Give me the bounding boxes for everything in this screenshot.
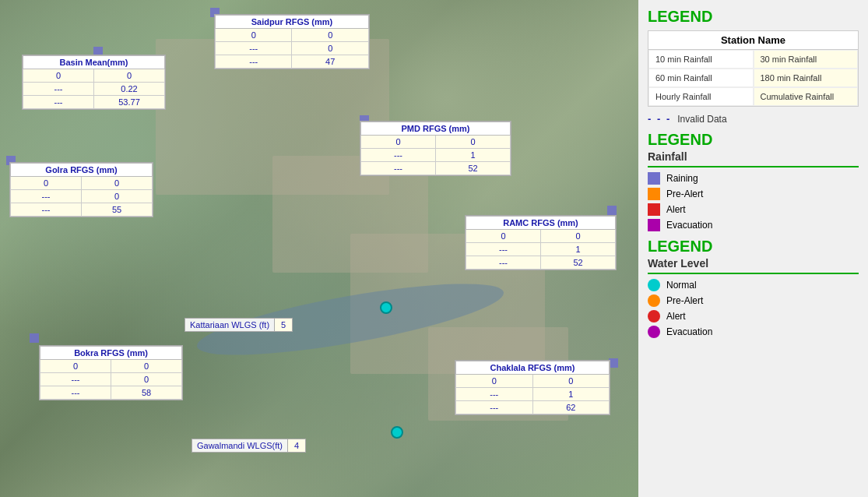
wl-item-normal: Normal bbox=[648, 279, 859, 291]
golra-box: Golra RFGS (mm) 00 ---0 ---55 bbox=[9, 162, 153, 217]
kattariaan-wlgs-box: Kattariaan WLGS (ft) 5 bbox=[184, 318, 293, 332]
invalid-data-label: Invalid Data bbox=[677, 114, 726, 125]
wl-prealert-label: Pre-Alert bbox=[666, 295, 703, 306]
station-name-legend: Station Name 10 min Rainfall 30 min Rain… bbox=[648, 30, 859, 107]
saidpur-title: Saidpur RFGS (mm) bbox=[216, 16, 369, 29]
rainfall-item-raining: Raining bbox=[648, 172, 859, 185]
wl-alert-circle bbox=[648, 310, 660, 323]
gawalmandi-value: 4 bbox=[288, 439, 306, 453]
normal-circle bbox=[648, 279, 660, 291]
cell-10min: 10 min Rainfall bbox=[648, 50, 754, 69]
kattariaan-value: 5 bbox=[275, 318, 293, 332]
bokra-marker bbox=[30, 333, 39, 343]
rainfall-item-prealert: Pre-Alert bbox=[648, 188, 859, 200]
cell-30min: 30 min Rainfall bbox=[754, 50, 859, 69]
wl-alert-label: Alert bbox=[666, 311, 686, 322]
kattariaan-wlgs-marker bbox=[380, 301, 392, 314]
wl-item-prealert: Pre-Alert bbox=[648, 294, 859, 307]
ramc-marker bbox=[607, 206, 617, 215]
station-name-grid: 10 min Rainfall 30 min Rainfall 60 min R… bbox=[648, 50, 858, 106]
ramc-box: RAMC RFGS (mm) 00 ---1 ---52 bbox=[465, 215, 617, 270]
invalid-data-dashes: - - - bbox=[648, 113, 671, 125]
bokra-box: Bokra RFGS (mm) 00 ---0 ---58 bbox=[39, 345, 183, 400]
basin-mean-title: Basin Mean(mm) bbox=[23, 56, 165, 69]
raining-label: Raining bbox=[666, 173, 698, 184]
gawalmandi-wlgs-marker bbox=[391, 426, 403, 439]
kattariaan-label: Kattariaan WLGS (ft) bbox=[184, 318, 275, 332]
green-divider-2 bbox=[648, 273, 859, 274]
basin-mean-box: Basin Mean(mm) 00 ---0.22 ---53.77 bbox=[22, 55, 166, 110]
pmd-title: PMD RFGS (mm) bbox=[361, 122, 511, 136]
raining-square bbox=[648, 172, 660, 185]
cell-60min: 60 min Rainfall bbox=[648, 69, 754, 87]
chaklala-title: Chaklala RFGS (mm) bbox=[456, 361, 610, 375]
rainfall-alert-square bbox=[648, 203, 660, 216]
map-area: Basin Mean(mm) 00 ---0.22 ---53.77 Saidp… bbox=[0, 0, 638, 497]
rainfall-subtitle: Rainfall bbox=[648, 150, 859, 163]
rainfall-evacuation-square bbox=[648, 219, 660, 231]
cell-cumulative: Cumulative Rainfall bbox=[754, 87, 859, 106]
bokra-title: Bokra RFGS (mm) bbox=[40, 347, 182, 360]
ramc-title: RAMC RFGS (mm) bbox=[466, 217, 616, 230]
rainfall-item-evacuation: Evacuation bbox=[648, 219, 859, 231]
saidpur-box: Saidpur RFGS (mm) 00 ---0 ---47 bbox=[214, 14, 370, 69]
cell-180min: 180 min Rainfall bbox=[754, 69, 859, 87]
wl-item-evacuation: Evacuation bbox=[648, 326, 859, 338]
gawalmandi-label: Gawalmandi WLGS(ft) bbox=[192, 439, 288, 453]
wl-prealert-circle bbox=[648, 294, 660, 307]
rainfall-prealert-square bbox=[648, 188, 660, 200]
gawalmandi-wlgs-box: Gawalmandi WLGS(ft) 4 bbox=[192, 439, 306, 453]
legend-title-1: LEGEND bbox=[648, 8, 859, 26]
invalid-data-row: - - - Invalid Data bbox=[648, 113, 859, 125]
wl-evacuation-label: Evacuation bbox=[666, 326, 712, 337]
wl-evacuation-circle bbox=[648, 326, 660, 338]
station-name-header: Station Name bbox=[648, 31, 858, 50]
cell-hourly: Hourly Rainfall bbox=[648, 87, 754, 106]
legend-panel: LEGEND Station Name 10 min Rainfall 30 m… bbox=[638, 0, 868, 497]
legend-title-3: LEGEND bbox=[648, 238, 859, 256]
golra-title: Golra RFGS (mm) bbox=[11, 164, 153, 177]
pmd-box: PMD RFGS (mm) 00 ---1 ---52 bbox=[360, 121, 511, 176]
legend-title-2: LEGEND bbox=[648, 131, 859, 149]
green-divider-1 bbox=[648, 166, 859, 167]
waterlevel-subtitle: Water Level bbox=[648, 257, 859, 270]
rainfall-alert-label: Alert bbox=[666, 204, 686, 215]
rainfall-item-alert: Alert bbox=[648, 203, 859, 216]
rainfall-prealert-label: Pre-Alert bbox=[666, 189, 703, 199]
normal-label: Normal bbox=[666, 280, 697, 291]
wl-item-alert: Alert bbox=[648, 310, 859, 323]
chaklala-box: Chaklala RFGS (mm) 00 ---1 ---62 bbox=[455, 360, 610, 415]
rainfall-evacuation-label: Evacuation bbox=[666, 220, 712, 231]
